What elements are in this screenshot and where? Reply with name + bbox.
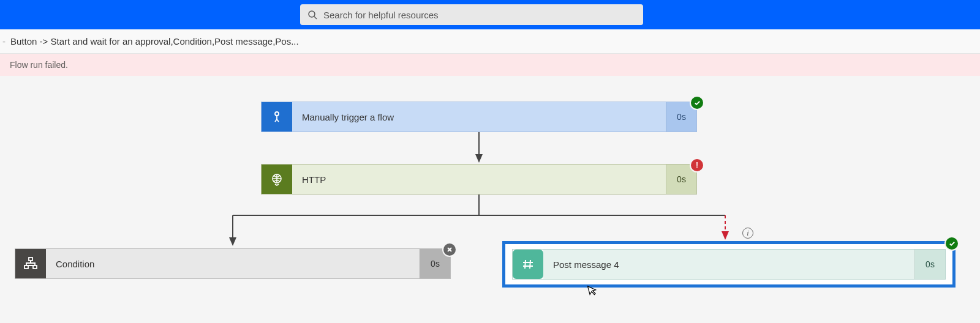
search-placeholder: Search for helpful resources [323,10,439,20]
status-badge-success [946,237,958,250]
card-post-message[interactable]: Post message 4 0s [512,249,946,280]
status-badge-cancelled [443,243,456,256]
card-condition[interactable]: Condition 0s [15,248,451,279]
search-box[interactable]: Search for helpful resources [300,4,643,25]
card-http[interactable]: HTTP 0s [261,164,697,195]
globe-icon [262,165,292,194]
card-trigger[interactable]: Manually trigger a flow 0s [261,102,697,132]
info-icon[interactable]: i [742,228,753,239]
svg-point-0 [309,11,315,17]
card-trigger-label: Manually trigger a flow [292,102,666,132]
svg-rect-12 [522,258,534,270]
svg-rect-9 [29,258,32,261]
svg-rect-10 [24,265,28,269]
status-badge-error: ! [691,159,703,171]
condition-icon [15,249,46,278]
svg-rect-11 [33,265,37,269]
svg-line-1 [314,17,317,19]
touch-icon [262,102,292,132]
error-text: Flow run failed. [10,60,68,70]
card-post-duration: 0s [914,250,945,279]
error-banner: Flow run failed. [0,54,980,76]
card-post-selection: Post message 4 0s [502,241,956,288]
top-bar: Search for helpful resources [0,0,980,29]
card-post-label: Post message 4 [543,250,914,279]
hash-icon [513,250,543,279]
search-icon [307,10,317,20]
status-badge-success [691,97,703,109]
card-condition-label: Condition [46,249,420,278]
breadcrumb-dash: - [2,36,6,46]
card-http-label: HTTP [292,165,666,194]
svg-point-7 [275,112,279,116]
breadcrumb-row: - Button -> Start and wait for an approv… [0,29,980,54]
breadcrumb-text[interactable]: Button -> Start and wait for an approval… [10,36,299,46]
flow-canvas[interactable]: Manually trigger a flow 0s HTTP 0s ! i [0,76,980,323]
